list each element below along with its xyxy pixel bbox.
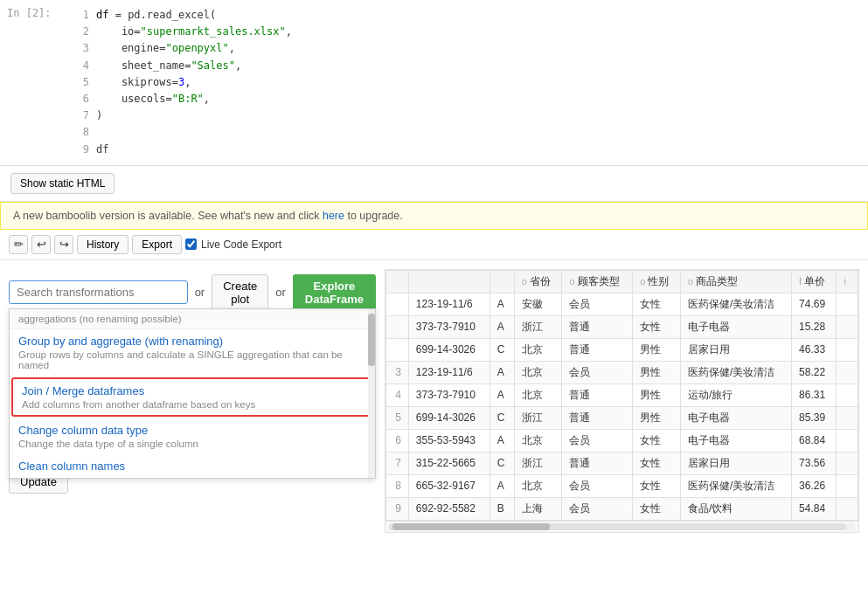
cell-id: 373-73-7910 <box>408 384 490 406</box>
cell-rownum: 9 <box>386 497 409 520</box>
cell-grade: A <box>490 474 514 497</box>
cell-province: 北京 <box>514 361 562 384</box>
col-header-price: f单价 <box>792 270 837 293</box>
live-code-checkbox[interactable] <box>185 238 197 250</box>
cell-id: 315-22-5665 <box>408 452 490 474</box>
cell-gender: 女性 <box>633 429 681 452</box>
cell-extra <box>837 384 858 406</box>
cell-product: 居家日用 <box>681 452 792 474</box>
dropdown-item-join-desc: Add columns from another dataframe based… <box>22 399 363 410</box>
notification-text: A new bamboolib version is available. Se… <box>13 210 323 222</box>
cell-price: 46.33 <box>792 338 837 361</box>
notification-link[interactable]: here <box>323 210 344 222</box>
cell-customer: 会员 <box>562 429 633 452</box>
table-scroll[interactable]: o省份 o顾客类型 o性别 o商品类型 f单价 i 123-19-11/6 <box>385 270 858 521</box>
export-button[interactable]: Export <box>132 235 182 254</box>
dropdown-item-changetype[interactable]: Change column data type Change the data … <box>10 418 375 454</box>
history-button[interactable]: History <box>77 235 128 254</box>
cell-province: 上海 <box>514 497 562 520</box>
table-row: 9 692-92-5582 B 上海 会员 女性 食品/饮料 54.84 <box>386 497 858 520</box>
notification-banner: A new bamboolib version is available. Se… <box>0 202 868 230</box>
undo-icon[interactable]: ↩ <box>31 235 51 254</box>
explore-dataframe-button[interactable]: Explore DataFrame <box>293 274 376 311</box>
cell-gender: 女性 <box>633 293 681 315</box>
cell-rownum: 5 <box>386 406 409 429</box>
table-header-row: o省份 o顾客类型 o性别 o商品类型 f单价 i <box>386 270 858 293</box>
scroll-corner <box>846 523 855 530</box>
cell-extra <box>837 429 858 452</box>
cell-extra <box>837 361 858 384</box>
action-row-top: aggregations (no renaming possible) Grou… <box>9 269 376 316</box>
cell-rownum: 6 <box>386 429 409 452</box>
cell-province: 浙江 <box>514 315 562 338</box>
cell-extra <box>837 293 858 315</box>
cell-id: 692-92-5582 <box>408 497 490 520</box>
cell-customer: 会员 <box>562 497 633 520</box>
cell-extra <box>837 338 858 361</box>
table-row: 8 665-32-9167 A 北京 会员 女性 医药保健/美妆清洁 36.26 <box>386 474 858 497</box>
col-header-gender: o性别 <box>633 270 681 293</box>
cell-grade: A <box>490 293 514 315</box>
cell-province: 安徽 <box>514 293 562 315</box>
search-input[interactable] <box>9 280 188 304</box>
cell-rownum <box>386 315 409 338</box>
create-plot-button[interactable]: Create plot <box>212 274 268 311</box>
cell-province: 北京 <box>514 338 562 361</box>
cell-price: 85.39 <box>792 406 837 429</box>
toolbar: ✏ ↩ ↪ History Export Live Code Export <box>0 230 868 260</box>
cell-customer: 普通 <box>562 315 633 338</box>
code-cell: In [2]: 123456789 df = pd.read_excel( io… <box>0 0 868 166</box>
cell-gender: 男性 <box>633 384 681 406</box>
table-row: 7 315-22-5665 C 浙江 普通 女性 居家日用 73.56 <box>386 452 858 474</box>
dropdown-scrollbar[interactable] <box>368 309 375 478</box>
cell-gender: 女性 <box>633 452 681 474</box>
col-header-id <box>408 270 490 293</box>
cell-extra <box>837 474 858 497</box>
dropdown-scroll: aggregations (no renaming possible) Grou… <box>10 309 375 478</box>
show-static-button[interactable]: Show static HTML <box>10 173 115 194</box>
table-row: 3 123-19-11/6 A 北京 会员 男性 医药保健/美妆清洁 58.22 <box>386 361 858 384</box>
cell-customer: 会员 <box>562 361 633 384</box>
dropdown-list: aggregations (no renaming possible) Grou… <box>9 308 376 479</box>
dropdown-item-join[interactable]: Join / Merge dataframes Add columns from… <box>11 377 373 417</box>
cell-product: 电子电器 <box>681 315 792 338</box>
dropdown-item-join-title: Join / Merge dataframes <box>22 384 363 397</box>
horizontal-scrollbar[interactable] <box>385 521 858 532</box>
cell-grade: A <box>490 315 514 338</box>
col-header-extra: i <box>837 270 858 293</box>
cell-product: 电子电器 <box>681 406 792 429</box>
cell-label: In [2]: <box>0 3 70 162</box>
cell-product: 医药保健/美妆清洁 <box>681 474 792 497</box>
or-text-1: or <box>195 286 205 299</box>
table-row: 373-73-7910 A 浙江 普通 女性 电子电器 15.28 <box>386 315 858 338</box>
dropdown-item-groupby[interactable]: Group by and aggregate (with renaming) G… <box>10 329 375 376</box>
table-row: 699-14-3026 C 北京 普通 男性 居家日用 46.33 <box>386 338 858 361</box>
cell-province: 北京 <box>514 474 562 497</box>
cell-grade: A <box>490 384 514 406</box>
cell-price: 74.69 <box>792 293 837 315</box>
cell-id: 665-32-9167 <box>408 474 490 497</box>
dropdown-item-groupby-title: Group by and aggregate (with renaming) <box>18 335 366 348</box>
cell-gender: 男性 <box>633 361 681 384</box>
cell-rownum <box>386 338 409 361</box>
cell-extra <box>837 406 858 429</box>
h-scroll-track <box>389 523 846 530</box>
redo-icon[interactable]: ↪ <box>54 235 73 254</box>
edit-icon[interactable]: ✏ <box>9 235 28 254</box>
cell-customer: 会员 <box>562 474 633 497</box>
cell-gender: 女性 <box>633 315 681 338</box>
cell-rownum <box>386 293 409 315</box>
cell-rownum: 7 <box>386 452 409 474</box>
table-row: 123-19-11/6 A 安徽 会员 女性 医药保健/美妆清洁 74.69 <box>386 293 858 315</box>
cell-grade: C <box>490 452 514 474</box>
cell-price: 73.56 <box>792 452 837 474</box>
cell-price: 15.28 <box>792 315 837 338</box>
static-btn-area: Show static HTML <box>0 166 868 202</box>
col-header-customer: o顾客类型 <box>562 270 633 293</box>
dropdown-item-changetype-title: Change column data type <box>18 424 366 437</box>
live-code-label: Live Code Export <box>201 238 281 251</box>
col-header-rownum <box>386 270 409 293</box>
main-area: aggregations (no renaming possible) Grou… <box>0 260 868 533</box>
col-header-product: o商品类型 <box>681 270 792 293</box>
dropdown-item-cleannames[interactable]: Clean column names <box>10 454 375 478</box>
